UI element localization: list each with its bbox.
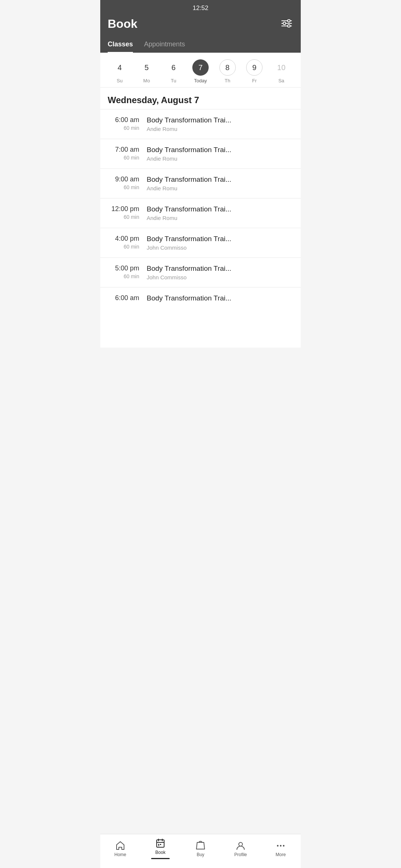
day-label-fr: Fr	[252, 78, 257, 83]
calendar-strip: 4 Su 5 Mo 6 Tu 7 Today 8 Th 9 Fr 10 Sa	[100, 53, 301, 88]
calendar-day-6[interactable]: 6 Tu	[165, 59, 182, 83]
class-list: 6:00 am 60 min Body Transformation Trai.…	[100, 109, 301, 310]
class-item-7[interactable]: 6:00 am Body Transformation Trai...	[100, 287, 301, 310]
class-info-1: Body Transformation Trai... Andie Romu	[147, 116, 293, 132]
nav-home[interactable]: Home	[100, 839, 140, 859]
class-time-2: 7:00 am 60 min	[108, 146, 147, 161]
class-info-6: Body Transformation Trai... John Commiss…	[147, 264, 293, 280]
svg-point-1	[288, 20, 290, 22]
day-number-6: 6	[165, 59, 182, 76]
class-item-2[interactable]: 7:00 am 60 min Body Transformation Trai.…	[100, 139, 301, 168]
home-icon	[115, 841, 125, 851]
day-number-7: 7	[192, 59, 209, 76]
calendar-day-10[interactable]: 10 Sa	[273, 59, 290, 83]
class-time-5: 4:00 pm 60 min	[108, 235, 147, 250]
nav-more[interactable]: More	[261, 839, 301, 859]
svg-point-15	[280, 845, 281, 846]
day-number-10: 10	[273, 59, 290, 76]
main-content: Wednesday, August 7 6:00 am 60 min Body …	[100, 88, 301, 348]
nav-buy[interactable]: Buy	[180, 839, 221, 859]
svg-rect-11	[160, 844, 161, 845]
day-number-9: 9	[246, 59, 263, 76]
date-heading: Wednesday, August 7	[100, 88, 301, 109]
header-bar: Book	[100, 14, 301, 37]
day-number-5: 5	[138, 59, 155, 76]
header: 12:52 Book Classes Appointments	[100, 0, 301, 53]
day-number-4: 4	[111, 59, 128, 76]
class-time-4: 12:00 pm 60 min	[108, 205, 147, 220]
svg-point-13	[239, 842, 242, 846]
svg-rect-6	[157, 840, 164, 847]
calendar-day-9[interactable]: 9 Fr	[246, 59, 263, 83]
svg-rect-12	[158, 845, 159, 846]
book-icon	[156, 839, 165, 848]
svg-point-16	[283, 845, 284, 846]
book-active-indicator	[151, 858, 170, 859]
class-item-4[interactable]: 12:00 pm 60 min Body Transformation Trai…	[100, 198, 301, 228]
page-title: Book	[108, 17, 137, 31]
day-label-sa: Sa	[278, 78, 284, 83]
class-info-5: Body Transformation Trai... John Commiss…	[147, 235, 293, 251]
class-item-1[interactable]: 6:00 am 60 min Body Transformation Trai.…	[100, 109, 301, 139]
more-icon	[276, 841, 286, 851]
class-time-1: 6:00 am 60 min	[108, 116, 147, 131]
class-time-7: 6:00 am	[108, 294, 147, 302]
svg-point-5	[288, 25, 290, 27]
class-item-6[interactable]: 5:00 pm 60 min Body Transformation Trai.…	[100, 257, 301, 287]
day-label-tu: Tu	[171, 78, 176, 83]
class-time-6: 5:00 pm 60 min	[108, 264, 147, 279]
calendar-day-5[interactable]: 5 Mo	[138, 59, 155, 83]
class-info-3: Body Transformation Trai... Andie Romu	[147, 175, 293, 191]
nav-home-label: Home	[114, 852, 126, 857]
tab-appointments[interactable]: Appointments	[144, 37, 185, 53]
class-time-3: 9:00 am 60 min	[108, 175, 147, 190]
nav-book-label: Book	[155, 850, 165, 855]
class-info-2: Body Transformation Trai... Andie Romu	[147, 146, 293, 162]
day-label-su: Su	[117, 78, 123, 83]
tab-classes[interactable]: Classes	[108, 37, 133, 53]
class-item-3[interactable]: 9:00 am 60 min Body Transformation Trai.…	[100, 168, 301, 198]
svg-rect-10	[158, 844, 159, 845]
calendar-day-4[interactable]: 4 Su	[111, 59, 128, 83]
filter-button[interactable]	[280, 18, 293, 30]
day-label-th: Th	[225, 78, 230, 83]
nav-more-label: More	[276, 852, 286, 857]
buy-icon	[196, 841, 205, 851]
class-info-4: Body Transformation Trai... Andie Romu	[147, 205, 293, 221]
svg-point-14	[277, 845, 278, 846]
day-label-today: Today	[194, 78, 207, 83]
calendar-day-8[interactable]: 8 Th	[219, 59, 236, 83]
class-info-7: Body Transformation Trai...	[147, 294, 293, 304]
nav-profile-label: Profile	[234, 852, 247, 857]
nav-profile[interactable]: Profile	[221, 839, 261, 859]
profile-icon	[236, 841, 245, 851]
day-label-mo: Mo	[143, 78, 150, 83]
class-item-5[interactable]: 4:00 pm 60 min Body Transformation Trai.…	[100, 228, 301, 257]
nav-buy-label: Buy	[197, 852, 205, 857]
day-number-8: 8	[219, 59, 236, 76]
status-time: 12:52	[193, 4, 209, 12]
bottom-nav: Home Book Buy Profile	[100, 834, 301, 868]
status-bar: 12:52	[100, 0, 301, 14]
tab-bar: Classes Appointments	[100, 37, 301, 53]
calendar-day-7[interactable]: 7 Today	[192, 59, 209, 83]
filter-icon	[281, 19, 292, 27]
svg-point-3	[283, 22, 286, 25]
nav-book[interactable]: Book	[140, 837, 180, 861]
